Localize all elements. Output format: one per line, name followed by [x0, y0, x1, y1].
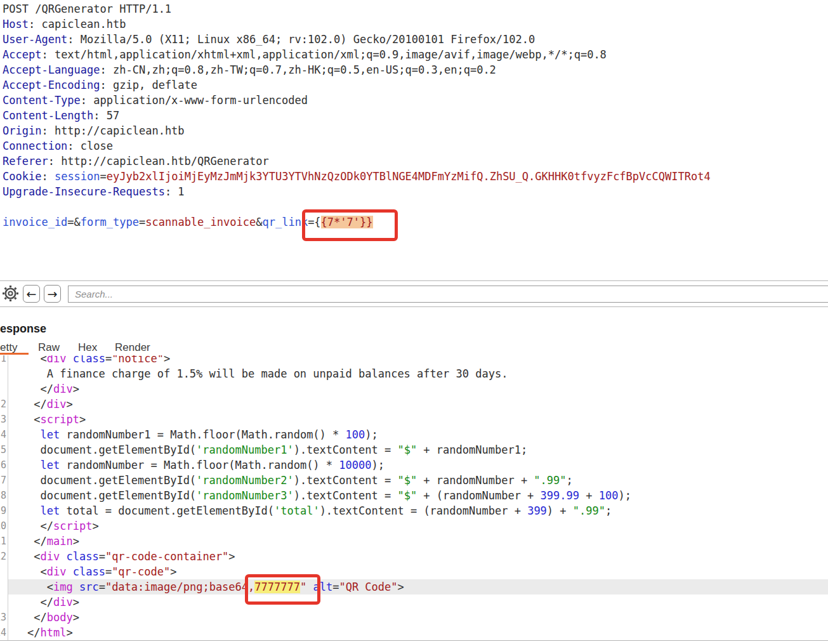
response-code-line: A finance charge of 1.5% will be made on… — [0, 366, 828, 381]
request-panel: POST /QRGenerator HTTP/1.1Host: capiclea… — [0, 0, 828, 282]
response-code-viewport: 1 <div class="notice"> A finance charge … — [0, 355, 828, 644]
response-code-line: 9 let total = document.getElementById('t… — [0, 503, 828, 518]
line-number: 14 — [0, 625, 6, 640]
tab-hex[interactable]: Hex — [78, 341, 97, 354]
request-line: Upgrade-Insecure-Requests: 1 — [0, 184, 828, 199]
line-number: 4 — [0, 427, 6, 442]
line-number: 1 — [0, 355, 6, 366]
response-code-line: 13 </body> — [0, 610, 828, 625]
response-code-line: 3 <script> — [0, 412, 828, 427]
request-line: POST /QRGenerator HTTP/1.1 — [0, 1, 828, 16]
request-lines: POST /QRGenerator HTTP/1.1Host: capiclea… — [0, 1, 828, 230]
response-code-line: 12 <div class="qr-code-container"> — [0, 549, 828, 564]
request-line: invoice_id=&form_type=scannable_invoice&… — [0, 214, 828, 230]
response-code-line: 1 <div class="notice"> — [0, 355, 828, 366]
request-line — [0, 199, 828, 214]
tab-render[interactable]: Render — [115, 341, 150, 354]
request-line: Accept-Encoding: gzip, deflate — [0, 77, 828, 93]
request-line: Content-Type: application/x-www-form-url… — [0, 93, 828, 108]
request-line: Content-Length: 57 — [0, 108, 828, 123]
line-number: 12 — [0, 549, 6, 564]
request-line: User-Agent: Mozilla/5.0 (X11; Linux x86_… — [0, 32, 828, 47]
response-code: 1 <div class="notice"> A finance charge … — [0, 355, 828, 640]
active-tab-underline — [0, 353, 29, 355]
response-title: Response — [0, 322, 46, 336]
line-number: 9 — [0, 503, 6, 518]
response-code-line: 5 document.getElementById('randomNumber1… — [0, 442, 828, 457]
line-number: 5 — [0, 442, 6, 457]
previous-match-button[interactable]: ← — [23, 285, 40, 303]
response-code-line: <div class="qr-code"> — [0, 564, 828, 579]
response-code-line: 8 document.getElementById('randomNumber3… — [0, 488, 828, 503]
line-number: 13 — [0, 610, 6, 625]
line-number: 7 — [0, 473, 6, 488]
response-tabs: PrettyRawHexRender — [0, 341, 828, 355]
request-line: Accept: text/html,application/xhtml+xml,… — [0, 47, 828, 62]
response-code-line: 2 </div> — [0, 397, 828, 412]
response-code-line: <img src="data:image/png;base64,7777777"… — [0, 579, 828, 595]
response-code-line: </div> — [0, 381, 828, 397]
search-input[interactable] — [68, 286, 828, 303]
next-match-button[interactable]: → — [44, 285, 61, 303]
tab-pretty[interactable]: Pretty — [0, 341, 17, 354]
response-code-line: 4 let randomNumber1 = Math.floor(Math.ra… — [0, 427, 828, 442]
response-code-line: 7 document.getElementById('randomNumber2… — [0, 473, 828, 488]
line-number: 8 — [0, 488, 6, 503]
tab-raw[interactable]: Raw — [38, 341, 60, 354]
search-toolbar: ← → — [0, 280, 828, 307]
request-line: Cookie: session=eyJyb2xlIjoiMjEyMzJmMjk3… — [0, 169, 828, 184]
burp-proxy-screenshot: { "request": { "lines": [ {"segments": [… — [0, 0, 828, 644]
left-arrow-icon: ← — [27, 287, 37, 301]
response-code-line: 6 let randomNumber = Math.floor(Math.ran… — [0, 457, 828, 473]
response-code-line: </div> — [0, 595, 828, 610]
panel-bottom-border — [0, 640, 828, 641]
request-line: Host: capiclean.htb — [0, 16, 828, 32]
line-number: 6 — [0, 457, 6, 473]
right-arrow-icon: → — [48, 287, 58, 301]
response-code-line: 10 </script> — [0, 518, 828, 534]
request-line: Origin: http://capiclean.htb — [0, 123, 828, 138]
response-code-line: 14</html> — [0, 625, 828, 640]
response-code-line: 11 </main> — [0, 534, 828, 549]
request-line: Connection: close — [0, 138, 828, 154]
line-number: 3 — [0, 412, 6, 427]
request-line: Referer: http://capiclean.htb/QRGenerato… — [0, 154, 828, 169]
line-number: 2 — [0, 397, 6, 412]
line-number: 10 — [0, 518, 6, 534]
settings-gear-icon[interactable] — [2, 285, 19, 302]
line-number: 11 — [0, 534, 6, 549]
request-line: Accept-Language: zh-CN,zh;q=0.8,zh-TW;q=… — [0, 62, 828, 77]
